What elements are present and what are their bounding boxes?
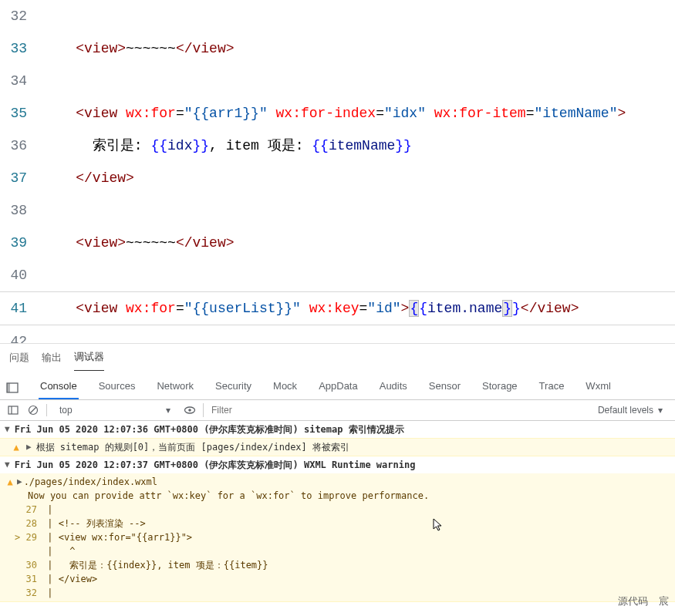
line-number: 38 — [0, 194, 42, 227]
filter-input[interactable] — [203, 403, 586, 417]
code-line[interactable]: 41 <view wx:for="{{userList}}" wx:key="i… — [0, 291, 675, 325]
console-warn-text: 根据 sitemap 的规则[0]，当前页面 [pages/index/inde… — [36, 440, 349, 454]
code-line[interactable]: 35 <view wx:for="{{arr1}}" wx:for-index=… — [0, 97, 675, 130]
console-group-header[interactable]: ▼ Fri Jun 05 2020 12:07:37 GMT+0800 (伊尔库… — [0, 456, 675, 473]
devtools-tab-sensor[interactable]: Sensor — [427, 375, 462, 399]
line-number: 33 — [0, 32, 42, 65]
clear-console-icon[interactable] — [26, 403, 40, 417]
code-content[interactable] — [42, 325, 675, 343]
disclosure-open-icon[interactable]: ▼ — [3, 458, 12, 472]
devtools-tab-wxml[interactable]: Wxml — [584, 375, 613, 399]
line-number: 34 — [0, 65, 42, 97]
console-group-header[interactable]: ▼ Fri Jun 05 2020 12:07:36 GMT+0800 (伊尔库… — [0, 421, 675, 438]
devtools-tab-audits[interactable]: Audits — [378, 375, 409, 399]
console-timestamp-text: Fri Jun 05 2020 12:07:36 GMT+0800 (伊尔库茨克… — [15, 422, 404, 436]
code-content[interactable] — [42, 65, 675, 97]
chevron-down-icon: ▾ — [166, 405, 170, 416]
devtools-tabs: ConsoleSourcesNetworkSecurityMockAppData… — [0, 371, 675, 400]
code-line[interactable]: 38 — [0, 194, 675, 227]
code-editor[interactable]: 32 33 <view>~~~~~~</view>34 35 <view wx:… — [0, 0, 675, 343]
svg-rect-2 — [8, 406, 18, 414]
warning-icon: ▲ — [11, 440, 22, 454]
devtools-tab-mock[interactable]: Mock — [272, 375, 299, 399]
devtools-tab-security[interactable]: Security — [214, 375, 253, 399]
warn-code-line: 32 | — [5, 586, 675, 600]
console-timestamp-text: Fri Jun 05 2020 12:07:37 GMT+0800 (伊尔库茨克… — [15, 458, 416, 472]
warn-message-text: Now you can provide attr `wx:key` for a … — [28, 489, 429, 503]
panel-tab[interactable]: 调试器 — [74, 350, 104, 371]
warn-code-line: 31 | </view> — [5, 572, 675, 586]
context-value: top — [59, 405, 73, 416]
line-number: 37 — [0, 162, 42, 194]
panel-tab[interactable]: 输出 — [42, 351, 62, 371]
disclosure-closed-icon[interactable]: ▶ — [25, 440, 33, 454]
devtools-tab-network[interactable]: Network — [155, 375, 195, 399]
code-content[interactable]: <view>~~~~~~</view> — [42, 32, 675, 65]
line-number: 39 — [0, 227, 42, 259]
disclosure-open-icon[interactable]: ▼ — [3, 422, 12, 436]
console-warn-row[interactable]: ▲ ▶ 根据 sitemap 的规则[0]，当前页面 [pages/index/… — [0, 438, 675, 456]
devtools-tab-trace[interactable]: Trace — [538, 375, 566, 399]
code-content[interactable] — [42, 194, 675, 227]
chevron-down-icon: ▾ — [658, 405, 663, 416]
disclosure-closed-icon[interactable]: ▶ — [15, 475, 24, 489]
devtools-tab-storage[interactable]: Storage — [481, 375, 519, 399]
sidebar-toggle-icon[interactable] — [6, 403, 20, 417]
code-line[interactable]: 39 <view>~~~~~~</view> — [0, 227, 675, 259]
code-content[interactable]: <view>~~~~~~</view> — [42, 227, 675, 259]
line-number: 32 — [0, 0, 42, 32]
code-line[interactable]: 32 — [0, 0, 675, 32]
warn-code-line: 28 | <!-- 列表渲染 --> — [5, 517, 675, 530]
eye-icon[interactable] — [183, 403, 197, 417]
warn-code-line: | ^ — [5, 544, 675, 558]
panel-tab[interactable]: 问题 — [9, 351, 29, 371]
inspect-dock-icon[interactable] — [6, 379, 20, 396]
source-link[interactable]: 源代码 — [618, 594, 648, 608]
warn-file-path: ./pages/index/index.wxml — [24, 475, 157, 489]
console-toolbar: top ▾ Default levels ▾ — [0, 400, 675, 421]
code-content[interactable]: 索引是: {{idx}}, item 项是: {{itemName}} — [42, 130, 675, 162]
warning-icon: ▲ — [5, 475, 15, 489]
line-number: 41 — [0, 292, 42, 325]
footer-links: 源代码 宸 — [618, 594, 669, 608]
code-line[interactable]: 37 </view> — [0, 162, 675, 194]
code-line[interactable]: 40 — [0, 259, 675, 291]
svg-rect-1 — [7, 383, 10, 392]
code-line[interactable]: 36 索引是: {{idx}}, item 项是: {{itemName}} — [0, 130, 675, 162]
devtools-tab-console[interactable]: Console — [39, 375, 79, 399]
console-output[interactable]: ▼ Fri Jun 05 2020 12:07:36 GMT+0800 (伊尔库… — [0, 421, 675, 602]
warn-code-line: 27 | — [5, 503, 675, 517]
warn-code-line: 30 | 索引是：{{index}}, item 项是：{{item}} — [5, 558, 675, 572]
line-number: 40 — [0, 259, 42, 291]
levels-value: Default levels — [598, 405, 653, 416]
line-number: 36 — [0, 130, 42, 162]
line-number: 42 — [0, 325, 42, 343]
code-line[interactable]: 33 <view>~~~~~~</view> — [0, 32, 675, 65]
devtools-tab-appdata[interactable]: AppData — [317, 375, 359, 399]
line-number: 35 — [0, 97, 42, 130]
code-line[interactable]: 42 — [0, 325, 675, 343]
svg-line-5 — [30, 407, 36, 413]
code-line[interactable]: 34 — [0, 65, 675, 97]
code-content[interactable] — [42, 259, 675, 291]
levels-select[interactable]: Default levels ▾ — [592, 403, 669, 417]
context-select[interactable]: top ▾ — [53, 403, 177, 417]
author-link[interactable]: 宸 — [659, 594, 669, 608]
panel-tabs: 问题输出调试器 — [0, 343, 675, 371]
code-content[interactable]: <view wx:for="{{arr1}}" wx:for-index="id… — [42, 97, 675, 130]
console-warn-block: ▲ ▶ ./pages/index/index.wxml Now you can… — [0, 473, 675, 602]
code-content[interactable] — [42, 0, 675, 32]
svg-point-7 — [188, 409, 191, 412]
code-content[interactable]: </view> — [42, 162, 675, 194]
devtools-tab-sources[interactable]: Sources — [97, 375, 137, 399]
warn-code-line: > 29 | <view wx:for="{{arr1}}"> — [5, 530, 675, 544]
code-content[interactable]: <view wx:for="{{userList}}" wx:key="id">… — [42, 292, 675, 325]
